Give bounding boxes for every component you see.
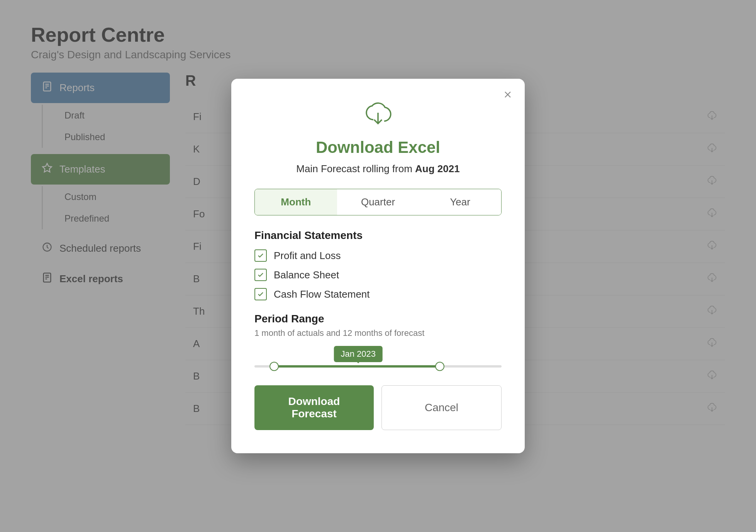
period-slider[interactable]: Jan 2023 [254,350,502,371]
slider-thumb-left[interactable] [270,362,279,371]
checkbox-cf-box[interactable] [254,288,267,300]
cf-label: Cash Flow Statement [274,288,370,300]
modal-title: Download Excel [254,138,502,157]
download-forecast-button[interactable]: Download Forecast [254,385,374,430]
checkbox-pnl-box[interactable] [254,249,267,262]
modal-content: Download Excel Main Forecast rolling fro… [231,79,525,453]
modal-buttons: Download Forecast Cancel [254,385,502,430]
checkbox-bs-box[interactable] [254,269,267,281]
background-page: Report Centre Craig's Design and Landsca… [0,0,756,532]
slider-thumb-right[interactable] [435,362,444,371]
slider-tooltip: Jan 2023 [334,346,383,362]
checkbox-bs[interactable]: Balance Sheet [254,269,502,281]
modal-subtitle: Main Forecast rolling from Aug 2021 [254,163,502,175]
financial-statements-section: Financial Statements Profit and Loss Bal… [254,229,502,300]
modal-subtitle-bold: Aug 2021 [415,163,460,175]
period-range-title: Period Range [254,313,502,325]
tab-year[interactable]: Year [419,189,501,215]
tab-quarter[interactable]: Quarter [337,189,419,215]
financial-statements-title: Financial Statements [254,229,502,242]
pnl-label: Profit and Loss [274,250,341,262]
slider-fill [274,365,440,368]
cancel-button[interactable]: Cancel [381,385,502,430]
period-tabs: Month Quarter Year [254,189,502,215]
download-excel-modal: Download Excel Main Forecast rolling fro… [231,79,525,453]
bs-label: Balance Sheet [274,269,339,281]
period-range-desc: 1 month of actuals and 12 months of fore… [254,328,502,338]
close-button[interactable] [500,88,515,103]
tab-month[interactable]: Month [255,189,337,215]
checkbox-pnl[interactable]: Profit and Loss [254,249,502,262]
modal-subtitle-normal: Main Forecast rolling from [296,163,415,175]
period-range-section: Period Range 1 month of actuals and 12 m… [254,313,502,371]
cloud-download-icon [254,98,502,129]
checkbox-cf[interactable]: Cash Flow Statement [254,288,502,300]
close-icon [502,89,513,103]
slider-track [254,365,502,368]
